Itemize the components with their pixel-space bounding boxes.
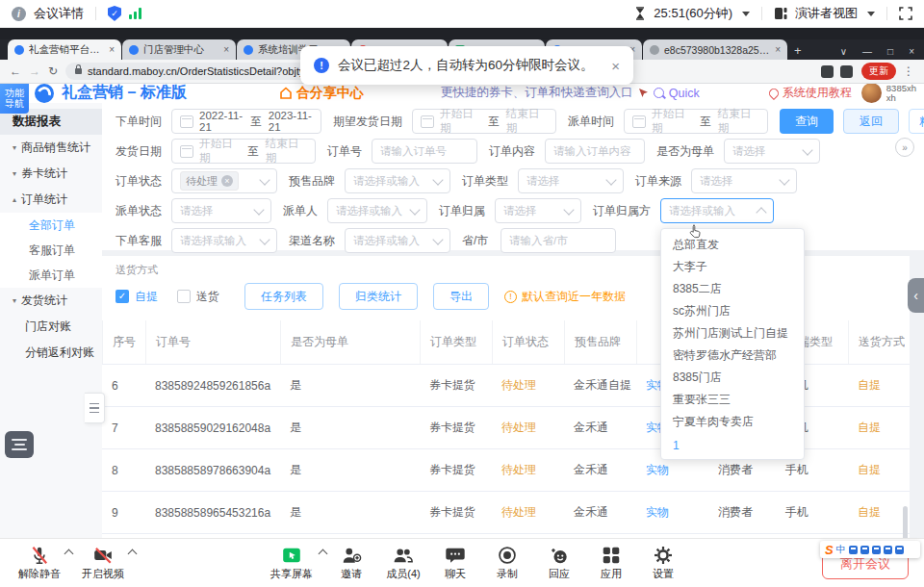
dispatcher-select[interactable]: 请选择或输入 (327, 198, 427, 223)
view-caret-icon[interactable] (867, 12, 875, 16)
sidebar-item-shipping-stats[interactable]: ▾ 发货统计 (0, 288, 102, 314)
order-time-range[interactable]: 2022-11-21 至 2023-11-21 (171, 109, 321, 134)
task-list-button[interactable]: 任务列表 (244, 283, 323, 310)
menu-kebab-icon[interactable]: ⋮ (903, 64, 914, 78)
sogou-ime-bar[interactable]: S 中 (820, 541, 920, 558)
settings-button[interactable]: 设置 (637, 539, 689, 587)
close-window-button[interactable]: × (909, 46, 914, 57)
meeting-timer[interactable]: 25:51(60分钟) (654, 5, 732, 22)
order-type-select[interactable]: 请选择 (518, 168, 624, 193)
belong-side-select[interactable]: 请选择或输入 (660, 198, 774, 223)
browser-tab-active[interactable]: 礼盒营销平台管理中心 × (8, 39, 121, 60)
pickup-checkbox[interactable]: ✓ (116, 290, 129, 303)
minimize-button[interactable]: — (862, 46, 872, 57)
dropdown-option[interactable]: 8385二店 (661, 278, 804, 300)
forward-icon[interactable]: → (29, 64, 40, 78)
invite-button[interactable]: 邀请 (325, 539, 377, 587)
presale-brand-select[interactable]: 请选择或输入 (345, 168, 450, 193)
info-icon[interactable]: i (12, 7, 26, 21)
network-signal-icon[interactable] (129, 8, 141, 19)
export-button[interactable]: 导出 (433, 283, 489, 310)
ship-date-range[interactable]: 开始日期 至 结束日期 (171, 139, 316, 164)
meeting-details-label[interactable]: 会议详情 (34, 5, 84, 22)
sidebar-item-service-orders[interactable]: 客服订单 (0, 238, 102, 263)
maximize-button[interactable]: □ (887, 46, 893, 57)
record-button[interactable]: 录制 (481, 539, 533, 587)
share-center-link[interactable]: 合分享中心 (279, 85, 364, 102)
browser-tab[interactable]: 门店管理中心 × (122, 39, 236, 60)
quick-tip[interactable]: 更快捷的券卡、订单和快递查询入口 Quick (441, 85, 700, 101)
floating-toolbar-widget[interactable] (5, 431, 34, 458)
video-options-caret[interactable] (128, 549, 138, 559)
security-shield-icon[interactable]: ✓ (108, 6, 121, 21)
function-nav-toggle[interactable]: 功能 导航 (0, 83, 29, 114)
mother-order-select[interactable]: 请选择 (724, 139, 820, 164)
reload-icon[interactable]: ↻ (48, 64, 58, 78)
sidebar-item-all-orders[interactable]: 全部订单 (0, 213, 102, 238)
back-icon[interactable]: ← (10, 64, 21, 78)
sidebar-item-store-reconcile[interactable]: 门店对账 (0, 314, 102, 340)
ime-icon[interactable] (849, 546, 858, 554)
sidebar-item-dispatch-orders[interactable]: 派单订单 (0, 263, 102, 288)
dropdown-option[interactable]: 大李子 (661, 256, 804, 278)
channel-select[interactable]: 请选择或输入 (345, 228, 450, 253)
expect-date-range[interactable]: 开始日期 至 结束日期 (412, 109, 556, 134)
ime-icon[interactable] (884, 546, 892, 554)
ime-icon[interactable] (860, 546, 869, 554)
user-avatar[interactable] (861, 83, 882, 103)
new-tab-button[interactable]: + (794, 43, 802, 58)
reactions-button[interactable]: 回应 (533, 539, 585, 587)
sidebar-item-card-stats[interactable]: ▾ 券卡统计 (0, 161, 102, 187)
dropdown-option[interactable]: sc苏州门店 (661, 300, 804, 322)
dropdown-option[interactable]: 密特罗德水产经营部 (661, 345, 804, 367)
browser-update-button[interactable]: 更新 (861, 63, 896, 80)
order-source-select[interactable]: 请选择 (691, 168, 797, 193)
agent-select[interactable]: 请选择或输入 (171, 228, 277, 253)
dropdown-option[interactable]: 重要张三三 (661, 389, 804, 411)
order-status-select[interactable]: 待处理 × (171, 168, 277, 193)
fullscreen-icon[interactable] (899, 7, 912, 20)
start-video-button[interactable]: 开启视频 (71, 539, 135, 587)
dispatch-status-select[interactable]: 请选择 (171, 198, 271, 223)
belong-select[interactable]: 请选择 (495, 198, 581, 223)
search-button[interactable]: 查询 (780, 109, 834, 134)
view-mode-label[interactable]: 演讲者视图 (795, 5, 858, 22)
table-row[interactable]: 9 83858858965453216a 是 券卡提货 待处理 金禾通 实物 消… (102, 492, 910, 534)
dropdown-option[interactable]: 宁夏羊肉专卖店 (661, 411, 804, 433)
tab-close-icon[interactable]: × (775, 44, 781, 55)
province-input[interactable]: 请输入省/市 (500, 228, 616, 253)
dispatch-time-range[interactable]: 开始日期 至 结束日期 (624, 109, 768, 134)
browser-tab[interactable]: e8c573980b1328a258fd2e6f8 × (643, 39, 787, 60)
sidebar-drawer-handle[interactable] (85, 393, 105, 423)
sidebar-item-order-stats[interactable]: ▴ 订单统计 (0, 187, 102, 213)
cell-goods-link[interactable]: 实物 (636, 462, 708, 478)
order-no-input[interactable]: 请输入订单号 (372, 139, 477, 164)
back-button[interactable]: 返回 (843, 109, 899, 134)
extension-icon[interactable] (840, 65, 853, 78)
ime-icon[interactable] (872, 546, 881, 554)
page-collapse-handle[interactable]: ‹ (908, 278, 924, 313)
toast-close-icon[interactable]: × (611, 58, 620, 74)
tab-close-icon[interactable]: × (109, 44, 115, 55)
classify-stats-button[interactable]: 归类统计 (339, 283, 418, 310)
tag-remove-icon[interactable]: × (221, 175, 233, 187)
apps-button[interactable]: 应用 (585, 539, 637, 587)
unmute-button[interactable]: 解除静音 (8, 539, 71, 587)
tab-search-icon[interactable]: ∨ (840, 46, 847, 57)
cell-goods-link[interactable]: 实物 (636, 504, 708, 521)
deliver-checkbox[interactable] (177, 290, 191, 303)
dropdown-option[interactable]: 总部直发 (661, 234, 804, 256)
expand-more-icon[interactable]: » (895, 138, 914, 157)
timer-caret-icon[interactable] (742, 12, 750, 16)
chat-button[interactable]: 聊天 (429, 539, 481, 587)
content-input[interactable]: 请输入订单内容 (545, 139, 645, 164)
sidebar-item-product-sales[interactable]: ▾ 商品销售统计 (0, 135, 102, 161)
simple-filter-button[interactable]: 精简筛选 (909, 109, 924, 134)
extension-icon[interactable] (821, 65, 834, 78)
ime-icon[interactable] (895, 546, 904, 554)
share-screen-button[interactable]: 共享屏幕 (258, 539, 325, 587)
tutorial-link[interactable]: 系统使用教程 (769, 85, 852, 101)
dropdown-option[interactable]: 8385门店 (661, 367, 804, 389)
tab-close-icon[interactable]: × (223, 44, 229, 55)
sidebar-item-rebate-reconcile[interactable]: 分销返利对账 (0, 340, 102, 366)
